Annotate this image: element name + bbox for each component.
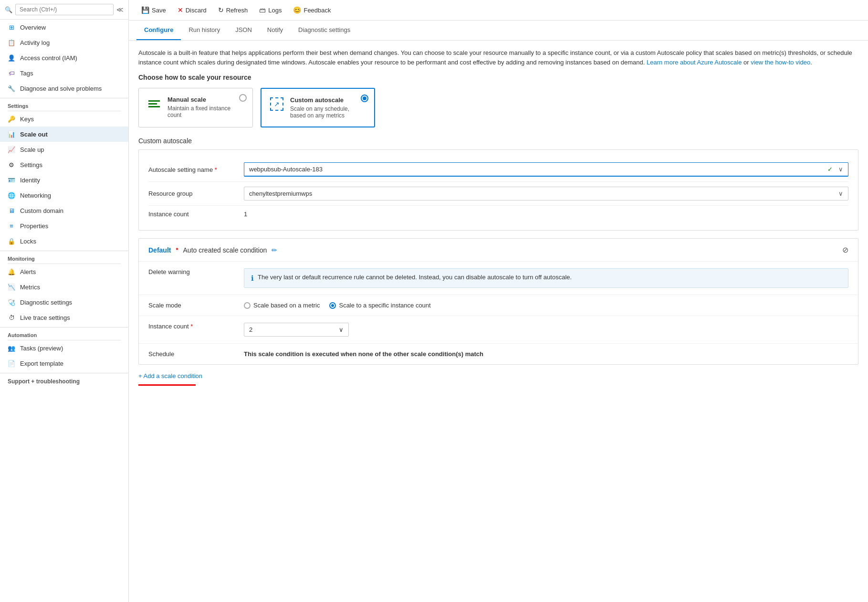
properties-icon: ≡ [8, 222, 15, 230]
sidebar-item-label: Overview [20, 24, 46, 31]
manual-scale-radio[interactable] [239, 94, 247, 102]
sidebar-item-label: Alerts [20, 268, 36, 275]
chevron-down-icon: ∨ [339, 326, 344, 333]
condition-name: Auto created scale condition [183, 246, 267, 254]
learn-more-link[interactable]: Learn more about Azure Autoscale [647, 59, 742, 66]
discard-button[interactable]: ✕ Discard [173, 4, 211, 16]
sidebar-item-scale-up[interactable]: 📈 Scale up [0, 142, 128, 157]
feedback-button[interactable]: 😊 Feedback [288, 4, 335, 16]
tab-notify[interactable]: Notify [260, 21, 291, 40]
sidebar-item-overview[interactable]: ⊞ Overview [0, 20, 128, 35]
sidebar-item-live-trace[interactable]: ⏱ Live trace settings [0, 310, 128, 325]
sidebar-item-diagnostic-settings[interactable]: 🩺 Diagnostic settings [0, 295, 128, 310]
scale-instance-radio[interactable] [329, 302, 336, 309]
tag-icon: 🏷 [8, 69, 15, 77]
sidebar-item-label: Identity [20, 177, 40, 184]
sidebar-item-alerts[interactable]: 🔔 Alerts [0, 264, 128, 279]
autoscale-name-select[interactable]: webpubsub-Autoscale-183 ✓ ∨ [244, 162, 848, 177]
scale-instance-option[interactable]: Scale to a specific instance count [329, 302, 430, 309]
sidebar-item-export-template[interactable]: 📄 Export template [0, 356, 128, 371]
bottom-accent-bar [138, 384, 196, 386]
delete-warning-label: Delete warning [148, 268, 244, 275]
sidebar-item-label: Settings [20, 161, 42, 169]
tab-run-history[interactable]: Run history [181, 21, 228, 40]
scale-icon: 📊 [8, 130, 15, 138]
sidebar-item-label: Custom domain [20, 207, 63, 214]
description-text: Autoscale is a built-in feature that hel… [138, 48, 858, 67]
sidebar-item-scale-out[interactable]: 📊 Scale out [0, 127, 128, 142]
sidebar-item-settings[interactable]: ⚙ Settings [0, 157, 128, 172]
default-label: Default [148, 246, 171, 254]
grid-icon: ⊞ [8, 23, 15, 31]
tab-json[interactable]: JSON [228, 21, 260, 40]
sidebar-item-tasks[interactable]: 👥 Tasks (preview) [0, 340, 128, 356]
choose-scale-title: Choose how to scale your resource [138, 74, 858, 81]
discard-icon: ✕ [178, 6, 183, 14]
sidebar-item-label: Keys [20, 116, 34, 123]
sidebar-item-activity-log[interactable]: 📋 Activity log [0, 35, 128, 50]
sidebar-item-label: Live trace settings [20, 314, 70, 321]
tab-diagnostic-settings[interactable]: Diagnostic settings [291, 21, 358, 40]
custom-autoscale-radio[interactable] [361, 95, 368, 102]
sidebar-item-label: Networking [20, 192, 51, 199]
chevron-down-icon: ∨ [838, 166, 843, 173]
sidebar-item-properties[interactable]: ≡ Properties [0, 218, 128, 233]
sidebar-item-keys[interactable]: 🔑 Keys [0, 111, 128, 127]
sidebar-item-access-control[interactable]: 👤 Access control (IAM) [0, 50, 128, 65]
delete-warning-row: Delete warning ℹ The very last or defaul… [139, 262, 858, 295]
edit-icon[interactable]: ✏ [272, 246, 277, 254]
sidebar-item-label: Activity log [20, 39, 50, 46]
manual-scale-card[interactable]: Manual scale Maintain a fixed instance c… [138, 88, 253, 127]
scale-mode-radio-group: Scale based on a metric Scale to a speci… [244, 302, 848, 309]
sidebar-item-tags[interactable]: 🏷 Tags [0, 65, 128, 81]
autoscale-name-label: Autoscale setting name * [148, 166, 244, 173]
custom-autoscale-body: Custom autoscale Scale on any schedule, … [290, 96, 366, 119]
sidebar-item-networking[interactable]: 🌐 Networking [0, 188, 128, 203]
sidebar-item-metrics[interactable]: 📉 Metrics [0, 279, 128, 295]
custom-autoscale-card[interactable]: ↗ Custom autoscale Scale on any schedule… [261, 88, 375, 127]
diagnostic-icon: 🩺 [8, 298, 15, 306]
refresh-button[interactable]: ↻ Refresh [213, 4, 253, 16]
resource-group-label: Resource group [148, 190, 244, 197]
log-icon: 📋 [8, 39, 15, 46]
network-icon: 🌐 [8, 191, 15, 199]
sidebar-item-label: Scale up [20, 146, 44, 153]
autoscale-name-value[interactable]: webpubsub-Autoscale-183 ✓ ∨ [244, 162, 848, 177]
scale-mode-options: Scale based on a metric Scale to a speci… [244, 302, 848, 309]
sidebar-item-label: Properties [20, 222, 48, 230]
check-icon: ✓ [827, 166, 833, 173]
save-button[interactable]: 💾 Save [136, 4, 171, 16]
sidebar-item-label: Diagnostic settings [20, 299, 72, 306]
collapse-button[interactable]: ≪ [116, 6, 124, 13]
add-scale-condition-link[interactable]: + Add a scale condition [138, 372, 858, 380]
sidebar-item-locks[interactable]: 🔒 Locks [0, 233, 128, 249]
resource-group-value[interactable]: chenyltestpremiumwps ∨ [244, 187, 848, 201]
resource-group-select[interactable]: chenyltestpremiumwps ∨ [244, 187, 848, 201]
delete-warning-value: ℹ The very last or default recurrence ru… [244, 268, 848, 288]
disable-condition-button[interactable]: ⊘ [842, 245, 848, 254]
search-input[interactable] [15, 4, 114, 15]
scale-mode-row: Scale mode Scale based on a metric Scale… [139, 295, 858, 316]
content-area: Autoscale is a built-in feature that hel… [129, 41, 868, 602]
save-icon: 💾 [141, 6, 149, 14]
how-to-video-link[interactable]: view the how-to video [751, 59, 810, 66]
search-icon: 🔍 [5, 6, 12, 13]
scale-metric-option[interactable]: Scale based on a metric [244, 302, 320, 309]
identity-icon: 🪪 [8, 176, 15, 184]
manual-lines-icon [148, 100, 160, 107]
sidebar-item-label: Diagnose and solve problems [20, 85, 102, 92]
scale-metric-radio[interactable] [244, 302, 251, 309]
sidebar-item-custom-domain[interactable]: 🖥 Custom domain [0, 203, 128, 218]
sidebar-item-identity[interactable]: 🪪 Identity [0, 172, 128, 188]
instance-count-label: Instance count [148, 211, 244, 218]
manual-scale-title: Manual scale [167, 96, 245, 103]
required-star: * [176, 246, 178, 253]
sidebar-item-label: Access control (IAM) [20, 54, 77, 62]
tab-configure[interactable]: Configure [136, 21, 181, 40]
key-icon: 🔑 [8, 115, 15, 123]
instance-count-select[interactable]: 2 ∨ [244, 323, 349, 337]
condition-instance-value[interactable]: 2 ∨ [244, 323, 848, 337]
toolbar: 💾 Save ✕ Discard ↻ Refresh 🗃 Logs 😊 Feed… [129, 0, 868, 21]
logs-button[interactable]: 🗃 Logs [254, 4, 286, 16]
sidebar-item-diagnose[interactable]: 🔧 Diagnose and solve problems [0, 81, 128, 96]
